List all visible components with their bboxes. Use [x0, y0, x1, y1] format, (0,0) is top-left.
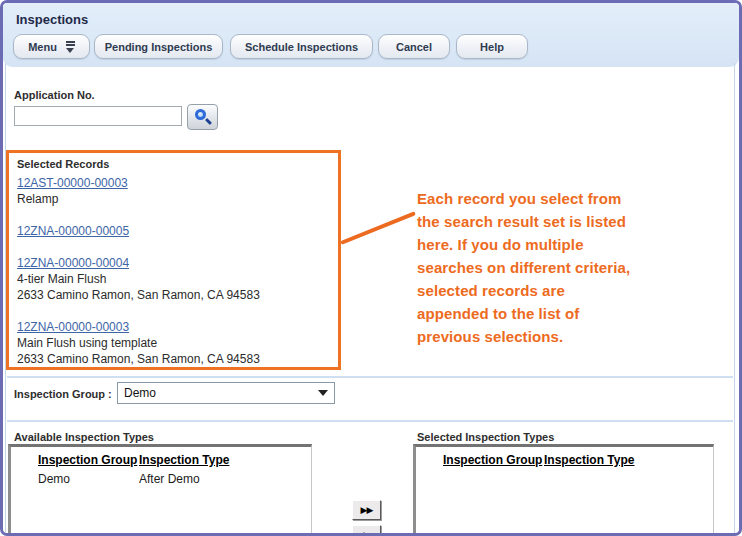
column-header-inspection-type: Inspection Type [139, 453, 229, 467]
record-link[interactable]: 12ZNA-00000-00003 [17, 319, 129, 335]
move-all-right-button[interactable]: ▶▶ [352, 500, 381, 520]
annotation-line: here. If you do multiple [417, 233, 677, 256]
annotation-line: previous selections. [417, 325, 677, 348]
inspection-group-label: Inspection Group : [14, 388, 112, 400]
move-right-button[interactable]: ▶ [352, 525, 381, 536]
toolbar: Menu Pending Inspections Schedule Inspec… [3, 34, 739, 60]
help-button[interactable]: Help [456, 34, 528, 59]
available-types-listbox[interactable]: Inspection Group Inspection Type DemoAft… [8, 444, 312, 536]
divider [7, 376, 733, 378]
schedule-inspections-button[interactable]: Schedule Inspections [230, 34, 373, 59]
panel-edge-right [734, 63, 735, 533]
annotation-line: appended to the list of [417, 302, 677, 325]
application-no-label: Application No. [14, 89, 95, 101]
selected-records-list: 12AST-00000-00003Relamp12ZNA-00000-00005… [17, 175, 330, 367]
column-header-inspection-type: Inspection Type [544, 453, 634, 467]
cell-inspection-type: After Demo [139, 472, 200, 486]
record-detail: Relamp [17, 191, 330, 207]
page-title: Inspections [16, 12, 88, 27]
record-item: 12ZNA-00000-000044-tier Main Flush2633 C… [17, 255, 330, 303]
chevron-down-icon [318, 390, 328, 396]
record-detail: 2633 Camino Ramon, San Ramon, CA 94583 [17, 351, 330, 367]
record-item: 12ZNA-00000-00003Main Flush using templa… [17, 319, 330, 367]
cell-inspection-group: Demo [38, 472, 70, 486]
annotation-line: searches on different criteria, [417, 256, 677, 279]
record-detail: 4-tier Main Flush [17, 271, 330, 287]
annotation-line: Each record you select from [417, 187, 677, 210]
record-link[interactable]: 12ZNA-00000-00005 [17, 223, 129, 239]
inspection-group-select[interactable]: Demo [117, 382, 335, 404]
divider [7, 420, 733, 422]
application-no-input[interactable] [14, 106, 182, 126]
record-item: 12AST-00000-00003Relamp [17, 175, 330, 207]
cancel-button[interactable]: Cancel [378, 34, 450, 59]
selected-records-box: Selected Records 12AST-00000-00003Relamp… [6, 150, 341, 370]
search-icon [195, 109, 211, 125]
annotation-line: the search result set is listed [417, 210, 677, 233]
record-item: 12ZNA-00000-00005 [17, 223, 330, 239]
column-header-inspection-group: Inspection Group [38, 453, 137, 467]
record-link[interactable]: 12ZNA-00000-00004 [17, 255, 129, 271]
selected-types-listbox[interactable]: Inspection Group Inspection Type [413, 444, 714, 536]
annotation-text: Each record you select fromthe search re… [417, 187, 677, 348]
record-detail: Main Flush using template [17, 335, 330, 351]
annotation-callout-line [340, 211, 416, 245]
selected-records-label: Selected Records [17, 158, 330, 170]
menu-dropdown-icon [66, 41, 75, 53]
available-types-label: Available Inspection Types [14, 431, 154, 443]
column-header-inspection-group: Inspection Group [443, 453, 542, 467]
menu-button[interactable]: Menu [13, 34, 90, 59]
inspections-window: Inspections Menu Pending Inspections Sch… [0, 0, 742, 536]
pending-inspections-button[interactable]: Pending Inspections [94, 34, 223, 59]
selected-types-label: Selected Inspection Types [417, 431, 554, 443]
record-link[interactable]: 12AST-00000-00003 [17, 175, 128, 191]
search-button[interactable] [187, 104, 218, 130]
inspection-group-selected-value: Demo [124, 386, 156, 400]
menu-button-label: Menu [28, 41, 57, 53]
annotation-line: selected records are [417, 279, 677, 302]
record-detail: 2633 Camino Ramon, San Ramon, CA 94583 [17, 287, 330, 303]
